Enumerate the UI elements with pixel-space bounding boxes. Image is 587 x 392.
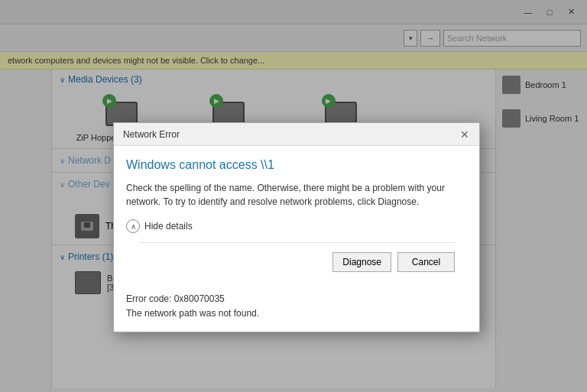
modal-footer: Diagnose Cancel bbox=[138, 242, 455, 272]
modal-titlebar: Network Error ✕ bbox=[114, 123, 479, 146]
error-code: Error code: 0x80070035 bbox=[126, 292, 467, 306]
modal-overlay: Network Error ✕ Windows cannot access \\… bbox=[0, 0, 587, 392]
hide-details-icon: ∧ bbox=[126, 219, 140, 233]
modal-close-button[interactable]: ✕ bbox=[456, 126, 473, 143]
hide-details-label: Hide details bbox=[144, 221, 193, 232]
error-heading: Windows cannot access \\1 bbox=[126, 158, 467, 172]
details-toggle[interactable]: ∧ Hide details bbox=[126, 219, 467, 233]
error-description: Check the spelling of the name. Otherwis… bbox=[126, 181, 467, 209]
diagnose-button[interactable]: Diagnose bbox=[332, 252, 391, 272]
error-path: The network path was not found. bbox=[126, 306, 467, 321]
cancel-button[interactable]: Cancel bbox=[397, 252, 455, 272]
network-error-dialog: Network Error ✕ Windows cannot access \\… bbox=[113, 122, 480, 332]
error-details-section: Error code: 0x80070035 The network path … bbox=[126, 292, 467, 321]
modal-title: Network Error bbox=[123, 129, 180, 140]
modal-body: Windows cannot access \\1 Check the spel… bbox=[114, 146, 479, 292]
